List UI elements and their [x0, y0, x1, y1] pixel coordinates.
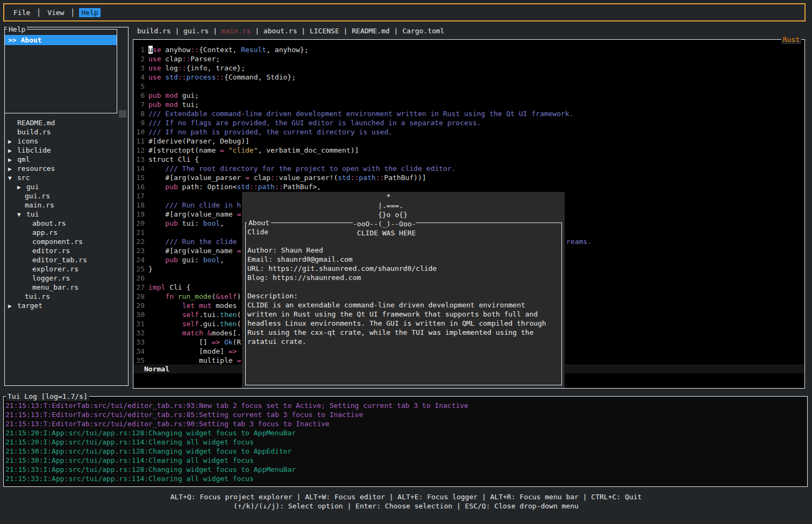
- tree-item-about-rs[interactable]: about.rs: [5, 219, 125, 228]
- tree-item-label: explorer.rs: [32, 265, 79, 273]
- code-token: Ok: [224, 338, 233, 346]
- code-token: {info, trace};: [186, 64, 245, 72]
- line-number: 29: [133, 301, 145, 310]
- tab-cargo-toml[interactable]: Cargo.toml: [402, 27, 444, 35]
- code-token: ::: [275, 183, 283, 191]
- code-line: 15 #[arg(value_parser = clap::value_pars…: [133, 173, 804, 182]
- tree-item-main-rs[interactable]: main.rs: [5, 200, 125, 210]
- tree-item-src[interactable]: ▼src: [5, 173, 125, 182]
- line-number: 18: [133, 200, 145, 210]
- log-entry: 21:15:20:I:App:src/tui/app.rs:128:Changi…: [5, 428, 807, 437]
- code-token: PathBuf>,: [283, 183, 320, 191]
- menu-item-file[interactable]: File: [11, 8, 32, 17]
- tab-license[interactable]: LICENSE: [310, 27, 339, 35]
- code-line: 13struct Cli {: [133, 155, 804, 164]
- code-token: self: [220, 292, 237, 300]
- code-token: {Context,: [199, 46, 241, 54]
- folder-closed-arrow-icon: ▶: [8, 146, 17, 155]
- code-token: modes[.: [211, 329, 241, 337]
- code-token: tui:: [178, 219, 203, 227]
- menu-item-help[interactable]: Help: [79, 8, 100, 17]
- line-number: 9: [133, 118, 145, 127]
- tab-separator: |: [390, 27, 402, 35]
- line-number: 6: [133, 91, 145, 100]
- code-token: [148, 238, 165, 246]
- mode-indicator: Normal: [144, 365, 169, 373]
- folder-open-arrow-icon: ▼: [17, 210, 26, 219]
- tree-item-label: target: [17, 302, 42, 310]
- tab-gui-rs[interactable]: gui.rs: [183, 27, 209, 35]
- code-token: (: [237, 320, 241, 328]
- tab-main-rs[interactable]: main.rs: [222, 27, 251, 35]
- tab-separator: |: [339, 27, 352, 35]
- code-token: ::: [351, 174, 359, 182]
- line-number: 13: [133, 155, 145, 164]
- tree-item-tui-rs[interactable]: tui.rs: [5, 292, 125, 301]
- code-token: ::: [216, 73, 224, 81]
- about-dialog-box: About Clide Author: Shaun ReedEmail: sha…: [245, 222, 562, 385]
- line-number: 24: [133, 255, 145, 264]
- line-number: 34: [133, 347, 145, 356]
- tree-item-editor-rs[interactable]: editor.rs: [5, 246, 125, 255]
- dialog-text-line: ratatui crate.: [247, 337, 561, 346]
- code-token: /// Extendable command-line driven devel…: [148, 110, 574, 118]
- dialog-text-line: written in Rust using the Qt UI framewor…: [247, 310, 561, 319]
- code-token: PathBuf))]: [384, 174, 426, 182]
- dialog-text-line: CLIDE is an extendable command-line driv…: [247, 300, 561, 310]
- tree-item-qml[interactable]: ▶qml: [5, 155, 125, 164]
- dropdown-title: Help: [7, 25, 27, 34]
- dropdown-item-about[interactable]: >> About: [5, 35, 117, 45]
- folder-closed-arrow-icon: ▶: [8, 302, 17, 311]
- tree-item-resources[interactable]: ▶resources: [5, 164, 125, 173]
- code-token: ): [237, 292, 241, 300]
- tree-item-gui[interactable]: ▶gui: [5, 182, 125, 191]
- tree-item-build-rs[interactable]: build.rs: [5, 127, 125, 137]
- tab-separator: |: [209, 27, 221, 35]
- log-entry: 21:15:13:T:EditorTab:src/tui/editor_tab.…: [5, 401, 807, 410]
- tree-item-label: editor_tab.rs: [32, 256, 87, 264]
- code-token: =: [220, 146, 224, 154]
- code-token: }: [148, 265, 153, 273]
- menu-item-view[interactable]: View: [45, 8, 66, 17]
- tree-item-menu-bar-rs[interactable]: menu_bar.rs: [5, 283, 125, 292]
- tree-item-tui[interactable]: ▼tui: [5, 210, 125, 219]
- code-token: ::: [270, 174, 279, 182]
- code-token: bool: [203, 219, 220, 227]
- code-token: then: [220, 320, 237, 328]
- tree-item-target[interactable]: ▶target: [5, 301, 125, 310]
- code-token: se: [153, 46, 161, 54]
- code-token: self: [182, 320, 199, 328]
- line-number: 14: [133, 164, 145, 173]
- code-token: std: [237, 183, 249, 191]
- tree-item-logger-rs[interactable]: logger.rs: [5, 274, 125, 283]
- tree-item-readme-md[interactable]: README.md: [5, 118, 125, 127]
- code-token: clap: [161, 55, 182, 63]
- line-number: 8: [133, 109, 145, 118]
- code-token: [148, 201, 165, 209]
- tree-item-libclide[interactable]: ▶libclide: [5, 146, 125, 155]
- tree-item-gui-rs[interactable]: gui.rs: [5, 191, 125, 200]
- tree-item-editor-tab-rs[interactable]: editor_tab.rs: [5, 255, 125, 264]
- tab-about-rs[interactable]: about.rs: [263, 27, 297, 35]
- menu-separator: │: [37, 9, 41, 17]
- tree-item-component-rs[interactable]: component.rs: [5, 237, 125, 246]
- code-token: [148, 302, 182, 310]
- tab-readme-md[interactable]: README.md: [352, 27, 389, 35]
- tab-separator: |: [297, 27, 309, 35]
- tab-build-rs[interactable]: build.rs: [137, 27, 171, 35]
- dialog-text-line: Blog: https://shaunreed.com: [247, 273, 561, 282]
- explorer-scrollbar-thumb[interactable]: [119, 110, 126, 118]
- tree-item-label: about.rs: [32, 219, 66, 227]
- code-token: [148, 329, 182, 337]
- code-token: use: [148, 64, 161, 72]
- menu-separator: │: [70, 9, 75, 17]
- tree-item-explorer-rs[interactable]: explorer.rs: [5, 264, 125, 274]
- tree-item-icons[interactable]: ▶icons: [5, 137, 125, 146]
- tree-item-app-rs[interactable]: app.rs: [5, 228, 125, 237]
- code-line: 12#[structopt(name = "clide", verbatim_d…: [133, 146, 804, 155]
- tree-item-label: libclide: [17, 146, 51, 154]
- code-token: mut: [199, 302, 211, 310]
- code-token: [195, 302, 199, 310]
- code-token: anyhow: [161, 46, 190, 54]
- line-number: 25: [133, 264, 145, 274]
